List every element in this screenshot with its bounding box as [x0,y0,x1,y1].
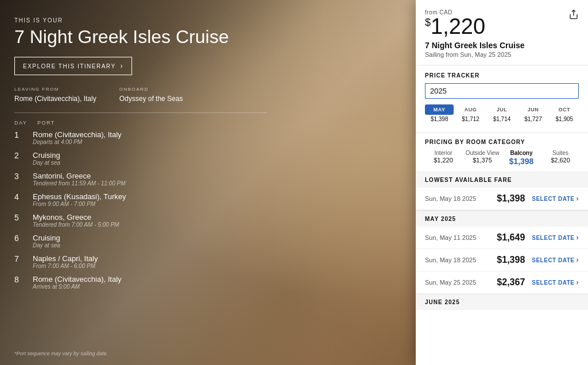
may-fare-date: Sun, May 25 2025 [425,279,497,286]
cat-price: $2,620 [542,157,579,164]
arrow-icon: › [121,62,124,70]
cat-price: $1,398 [503,157,540,166]
day-number: 1 [14,130,26,139]
month-tab-aug[interactable]: AUG $1,712 [456,104,485,122]
may-fare-select-btn[interactable]: SELECT DATE › [532,256,579,264]
port-info: Naples / Capri, Italy From 7:00 AM - 6:0… [33,254,98,269]
onboard-label: ONBOARD [119,87,183,92]
may-fare-price: $1,398 [497,255,525,265]
room-cat-suites[interactable]: Suites $2,620 [542,150,579,166]
sailing-date: Sailing from Sun, May 25 2025 [425,51,579,58]
port-info: Rome (Civitavecchia), Italy Departs at 4… [33,130,122,145]
port-info: Cruising Day at sea [33,234,60,248]
year-input[interactable] [425,83,579,99]
price-value: 1,220 [431,14,485,38]
lowest-fare-date: Sun, May 18 2025 [425,195,497,202]
chevron-right-icon: › [577,195,579,203]
may-fare-date: Sun, May 18 2025 [425,257,497,263]
leaving-from-value: Rome (Civitavecchia), Italy [14,95,96,103]
port-name: Cruising [33,151,60,160]
month-name: JUN [519,104,547,115]
itinerary-item: 3 Santorini, Greece Tendered from 11:59 … [14,172,267,187]
month-price: $1,905 [550,116,579,122]
port-info: Santorini, Greece Tendered from 11:59 AM… [33,172,126,187]
may-fare-select-btn[interactable]: SELECT DATE › [532,278,579,286]
room-category-label: PRICING BY ROOM CATEGORY [425,139,579,145]
divider [14,112,267,113]
lowest-fare-section: LOWEST AVAILABLE FARE Sun, May 18 2025 $… [416,172,588,210]
day-number: 8 [14,275,26,284]
may-fare-row: Sun, May 25 2025 $2,367 SELECT DATE › [416,271,588,294]
itinerary-item: 4 Ephesus (Kusadasi), Turkey From 9:00 A… [14,192,267,207]
may-section-header: MAY 2025 [416,211,588,227]
may-fare-btn-label: SELECT DATE [532,235,574,241]
month-price: $1,727 [519,116,547,122]
port-name: Naples / Capri, Italy [33,254,98,263]
onboard-value: Odyssey of the Seas [119,95,183,103]
cat-price: $1,375 [464,157,501,164]
lowest-fare-select-btn[interactable]: SELECT DATE › [532,195,579,203]
cat-name: Suites [542,150,579,156]
port-info: Rome (Civitavecchia), Italy Arrives at 5… [33,275,122,290]
port-detail: Day at sea [33,160,60,166]
port-detail: Arrives at 5:00 AM [33,284,122,290]
may-fare-row: Sun, May 18 2025 $1,398 SELECT DATE › [416,249,588,271]
may-fares-list: Sun, May 11 2025 $1,649 SELECT DATE › Su… [416,227,588,294]
may-fare-select-btn[interactable]: SELECT DATE › [532,234,579,242]
day-number: 5 [14,213,26,222]
leaving-from-label: LEAVING FROM [14,87,96,92]
cruise-title: 7 Night Greek Isles Cruise [14,26,267,48]
port-info: Ephesus (Kusadasi), Turkey From 9:00 AM … [33,192,126,207]
port-detail: Tendered from 7:00 AM - 5:00 PM [33,222,119,228]
day-number: 3 [14,172,26,181]
lowest-fare-row: Sun, May 18 2025 $1,398 SELECT DATE › [416,188,588,210]
port-col-header: PORT [37,120,267,126]
port-name: Ephesus (Kusadasi), Turkey [33,192,126,201]
itinerary-header: DAY PORT [14,120,267,126]
itinerary-item: 5 Mykonos, Greece Tendered from 7:00 AM … [14,213,267,228]
chevron-right-icon: › [577,256,579,264]
share-button[interactable] [568,9,579,22]
port-info: Cruising Day at sea [33,151,60,166]
leaving-from-group: LEAVING FROM Rome (Civitavecchia), Italy [14,87,96,103]
month-tab-oct[interactable]: OCT $1,905 [550,104,579,122]
departure-info: LEAVING FROM Rome (Civitavecchia), Italy… [14,87,267,103]
this-is-your-label: THIS IS YOUR [14,17,267,24]
chevron-right-icon: › [577,234,579,242]
itinerary-list: 1 Rome (Civitavecchia), Italy Departs at… [14,130,267,290]
explore-itinerary-button[interactable]: EXPLORE THIS ITINERARY › [14,57,132,75]
chevron-right-icon: › [577,278,579,286]
port-name: Santorini, Greece [33,172,126,180]
june-section-header: JUNE 2025 [416,294,588,310]
port-detail: Departs at 4:00 PM [33,139,122,145]
month-tab-jul[interactable]: JUL $1,714 [488,104,516,122]
explore-btn-label: EXPLORE THIS ITINERARY [23,63,116,69]
room-categories-section: PRICING BY ROOM CATEGORY Interior $1,220… [416,133,588,172]
room-cats-grid: Interior $1,220 Outside View $1,375 Balc… [425,150,579,166]
cat-price: $1,220 [425,157,462,164]
cat-name: Interior [425,150,462,156]
month-name: AUG [456,104,485,115]
month-price: $1,714 [488,116,516,122]
month-price: $1,398 [425,116,454,122]
month-tab-jun[interactable]: JUN $1,727 [519,104,547,122]
month-tabs: MAY $1,398 AUG $1,712 JUL $1,714 JUN $1,… [425,104,579,122]
price-symbol: $ [425,17,431,28]
port-detail: From 7:00 AM - 6:00 PM [33,263,98,269]
lowest-fare-label: LOWEST AVAILABLE FARE [416,172,588,188]
port-info: Mykonos, Greece Tendered from 7:00 AM - … [33,213,119,228]
port-name: Mykonos, Greece [33,213,119,222]
month-name: JUL [488,104,516,115]
day-number: 7 [14,254,26,263]
room-cat-balcony[interactable]: Balcony $1,398 [503,150,540,166]
price-tracker-section: PRICE TRACKER MAY $1,398 AUG $1,712 JUL … [416,65,588,133]
port-detail: Tendered from 11:59 AM - 11:00 PM [33,180,126,187]
month-tab-may[interactable]: MAY $1,398 [425,104,454,122]
room-cat-interior[interactable]: Interior $1,220 [425,150,462,166]
right-panel: from CAD $1,220 7 Night Greek Isles Crui… [416,0,588,365]
day-number: 4 [14,192,26,201]
may-fare-btn-label: SELECT DATE [532,257,574,263]
footnote: *Port sequence may vary by sailing date. [14,351,108,356]
panel-cruise-name: 7 Night Greek Isles Cruise [425,41,579,50]
room-cat-outside-view[interactable]: Outside View $1,375 [464,150,501,166]
